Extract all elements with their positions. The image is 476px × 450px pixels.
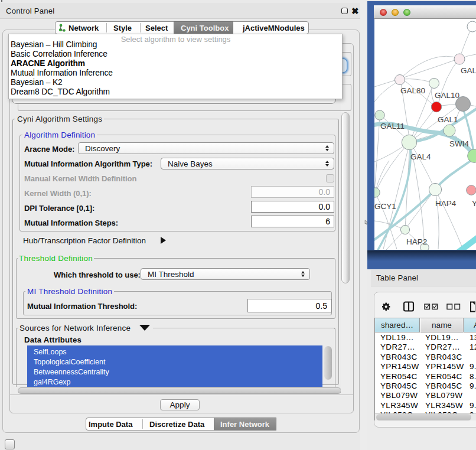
svg-text:HAP4: HAP4 [435, 199, 457, 208]
svg-text:GAL80: GAL80 [400, 86, 425, 95]
svg-text:GAL: GAL [461, 66, 476, 75]
svg-text:GAL11: GAL11 [380, 122, 405, 131]
svg-text:GAL4: GAL4 [410, 152, 431, 161]
svg-text:GAL10: GAL10 [435, 91, 459, 100]
svg-text:GAL1: GAL1 [438, 115, 458, 124]
svg-text:Y: Y [472, 199, 476, 208]
svg-text:GCY1: GCY1 [374, 202, 396, 211]
svg-text:SWI4: SWI4 [449, 139, 469, 148]
svg-text:HAP2: HAP2 [406, 237, 427, 246]
